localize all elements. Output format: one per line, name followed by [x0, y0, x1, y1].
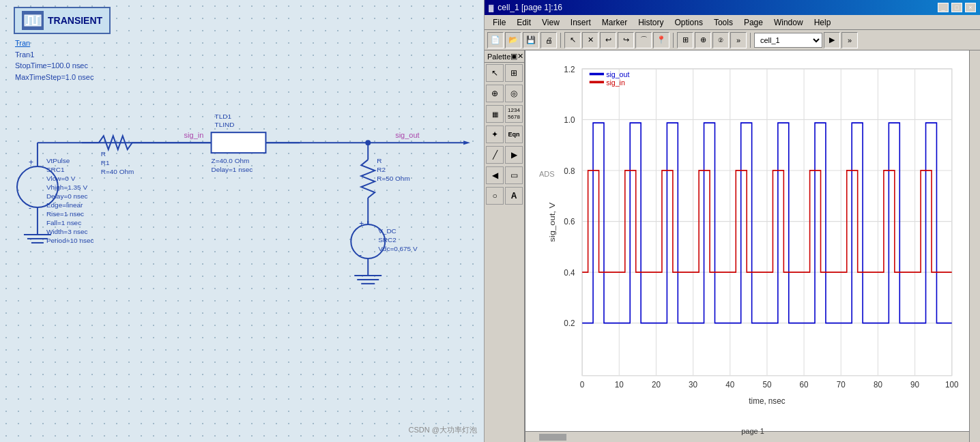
svg-text:0.8: 0.8 [564, 166, 575, 176]
minimize-button[interactable]: _ [938, 3, 949, 12]
ads-window: ▓ cell_1 [page 1]:16 _ □ × File Edit Vie… [485, 0, 980, 442]
number2-button[interactable]: ② [712, 32, 729, 48]
svg-text:30: 30 [689, 380, 697, 390]
svg-text:20: 20 [652, 380, 661, 390]
svg-text:40: 40 [725, 380, 734, 390]
svg-text:100: 100 [945, 380, 959, 390]
menu-file[interactable]: File [487, 16, 511, 29]
watermark: CSDN @大功率灯泡 [409, 425, 477, 435]
curve-button[interactable]: ⌒ [635, 32, 652, 48]
svg-text:Z=40.0 Ohm: Z=40.0 Ohm [212, 157, 250, 164]
palette-arrow-left[interactable]: ◀ [486, 166, 504, 184]
svg-text:Rise=1 nsec: Rise=1 nsec [46, 210, 84, 218]
palette-cursor[interactable]: ↖ [486, 64, 504, 82]
palette-row1: ↖ ⊞ [485, 63, 524, 83]
menu-window[interactable]: Window [768, 16, 809, 29]
svg-text:Edge=linear: Edge=linear [46, 201, 83, 209]
palette-rect[interactable]: ▭ [505, 166, 523, 184]
svg-text:0.2: 0.2 [564, 319, 575, 329]
palette-row4: ✦ Eqn [485, 124, 524, 145]
marker-button[interactable]: 📍 [653, 32, 669, 48]
svg-text:-: - [359, 250, 362, 260]
cursor-button[interactable]: ↖ [564, 32, 581, 48]
redo-button[interactable]: ↪ [618, 32, 634, 48]
maximize-button[interactable]: □ [951, 3, 962, 12]
sep1 [560, 33, 561, 48]
target-button[interactable]: ⊕ [695, 32, 711, 48]
palette-text[interactable]: A [505, 187, 523, 205]
palette-pin[interactable]: ▣ [510, 52, 517, 61]
new-button[interactable]: 📄 [487, 32, 504, 48]
page-selector[interactable]: cell_1 [754, 33, 822, 48]
svg-point-53 [365, 140, 371, 145]
go-button[interactable]: ▶ [824, 32, 840, 48]
svg-text:Vhigh=1.35 V: Vhigh=1.35 V [46, 183, 87, 191]
palette-grid[interactable]: ⊞ [505, 64, 523, 82]
palette-target[interactable]: ◎ [505, 85, 523, 102]
schematic-svg: + - sig_in sig_out + - [0, 0, 484, 442]
menu-tools[interactable]: Tools [708, 16, 738, 29]
svg-text:Delay=1 nsec: Delay=1 nsec [212, 166, 253, 173]
palette-star[interactable]: ✦ [486, 126, 504, 143]
svg-text:Vdc=0.675 V: Vdc=0.675 V [378, 245, 418, 252]
scrollbar-vertical[interactable] [969, 50, 980, 442]
svg-text:Fall=1 nsec: Fall=1 nsec [46, 219, 81, 226]
palette-line[interactable]: ╱ [486, 146, 504, 164]
palette-eqn[interactable]: Eqn [505, 126, 523, 143]
menu-page[interactable]: Page [738, 16, 768, 29]
palette-arrow-right[interactable]: ▶ [505, 146, 523, 164]
menu-insert[interactable]: Insert [565, 16, 596, 29]
palette-close[interactable]: ✕ [517, 52, 523, 61]
extra-button[interactable]: » [841, 32, 858, 48]
undo-button[interactable]: ↩ [600, 32, 616, 48]
svg-text:sig_out: sig_out [606, 70, 630, 78]
open-button[interactable]: 📂 [505, 32, 521, 48]
menu-options[interactable]: Options [669, 16, 708, 29]
svg-text:Width=3 nsec: Width=3 nsec [46, 228, 88, 235]
svg-text:sig_in: sig_in [606, 78, 625, 87]
plot-area: ADS [525, 50, 980, 442]
title-bar: ▓ cell_1 [page 1]:16 _ □ × [485, 0, 980, 15]
svg-text:VtPulse: VtPulse [46, 157, 70, 164]
save-button[interactable]: 💾 [523, 32, 539, 48]
grid-button[interactable]: ⊞ [677, 32, 693, 48]
svg-text:0.6: 0.6 [564, 217, 575, 227]
palette-row7: ○ A [485, 186, 524, 206]
svg-text:R1: R1 [101, 159, 110, 166]
menu-marker[interactable]: Marker [596, 16, 633, 29]
more-button[interactable]: » [730, 32, 747, 48]
palette-globe[interactable]: ⊕ [486, 85, 504, 102]
svg-text:50: 50 [762, 380, 771, 390]
svg-text:sig_out, V: sig_out, V [547, 202, 556, 242]
svg-marker-16 [463, 141, 470, 145]
print-button[interactable]: 🖨 [541, 32, 557, 48]
palette-table[interactable]: ▦ [486, 105, 504, 123]
menu-edit[interactable]: Edit [511, 16, 536, 29]
menu-history[interactable]: History [633, 16, 669, 29]
close-button[interactable]: × [965, 3, 976, 12]
svg-text:1.0: 1.0 [564, 115, 575, 126]
svg-text:TLIND: TLIND [215, 121, 235, 128]
svg-text:80: 80 [874, 380, 882, 390]
palette-numpad[interactable]: 12345678 [505, 105, 523, 123]
schematic-panel: TRANSIENT Tran Tran1 StopTime=100.0 nsec… [0, 0, 485, 442]
svg-text:R: R [101, 150, 106, 158]
palette-row5: ╱ ▶ [485, 145, 524, 165]
menu-view[interactable]: View [536, 16, 565, 29]
svg-text:0.4: 0.4 [564, 267, 575, 278]
palette-title: Palette [487, 53, 510, 61]
svg-text:time, nsec: time, nsec [749, 396, 785, 407]
menu-help[interactable]: Help [809, 16, 837, 29]
svg-text:V_DC: V_DC [378, 227, 397, 235]
svg-text:R2: R2 [377, 166, 386, 173]
scrollbar-thumb[interactable] [539, 434, 566, 441]
svg-text:Delay=0 nsec: Delay=0 nsec [46, 192, 88, 200]
svg-rect-9 [212, 132, 266, 153]
svg-text:-: - [29, 203, 31, 213]
palette-circle[interactable]: ○ [486, 187, 504, 205]
delete-button[interactable]: ✕ [582, 32, 599, 48]
svg-text:R: R [377, 157, 381, 164]
svg-text:Vlow=0 V: Vlow=0 V [46, 175, 76, 182]
page-label: page 1 [741, 427, 764, 435]
window-controls[interactable]: _ □ × [938, 3, 976, 12]
